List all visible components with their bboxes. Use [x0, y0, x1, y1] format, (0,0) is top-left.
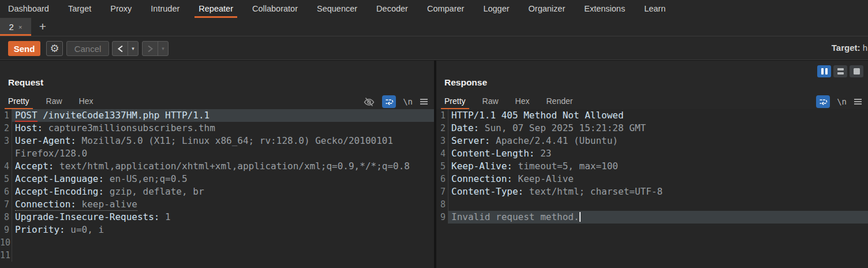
- menu-item-decoder[interactable]: Decoder: [376, 0, 408, 18]
- token: Firefox/128.0: [15, 148, 87, 159]
- target-info: Target: h: [832, 43, 867, 53]
- request-tab-pretty[interactable]: Pretty: [5, 95, 33, 109]
- editor-line: 9Priority: u=0, i: [0, 224, 434, 236]
- token: Server:: [451, 135, 490, 146]
- menu-item-learn[interactable]: Learn: [644, 0, 665, 18]
- chevron-right-icon[interactable]: [143, 42, 158, 55]
- code-text[interactable]: Connection: Keep-Alive: [448, 173, 868, 185]
- editor-line: 2Host: capture3millionsubscribers.thm: [0, 122, 434, 135]
- code-text[interactable]: Host: capture3millionsubscribers.thm: [12, 122, 434, 135]
- line-number: 2: [0, 122, 12, 135]
- back-button[interactable]: ▾: [112, 41, 139, 56]
- request-title: Request: [8, 77, 43, 88]
- menu-item-dashboard[interactable]: Dashboard: [8, 0, 49, 18]
- code-text[interactable]: HTTP/1.1 405 Method Not Allowed: [448, 109, 868, 122]
- code-text[interactable]: Firefox/128.0: [12, 147, 434, 160]
- newline-toggle-icon[interactable]: \n: [837, 97, 847, 106]
- menu-item-sequencer[interactable]: Sequencer: [317, 0, 357, 18]
- token: Connection:: [451, 173, 512, 184]
- token: capture3millionsubscribers.thm: [43, 122, 215, 133]
- editor-menu-icon[interactable]: [420, 98, 428, 105]
- token: Mozilla/5.0 (X11; Linux x86_64; rv:128.0…: [76, 135, 393, 146]
- method-token-error-underline: POST: [15, 110, 38, 122]
- tab-close-icon[interactable]: ×: [18, 24, 22, 31]
- code-text[interactable]: Upgrade-Insecure-Requests: 1: [12, 211, 434, 224]
- code-text[interactable]: [12, 249, 434, 262]
- back-dropdown-icon[interactable]: ▾: [128, 42, 138, 55]
- menu-item-comparer[interactable]: Comparer: [427, 0, 464, 18]
- token: Date:: [451, 122, 479, 133]
- response-editor[interactable]: 1HTTP/1.1 405 Method Not Allowed2Date: S…: [436, 109, 868, 268]
- code-text[interactable]: Server: Apache/2.4.41 (Ubuntu): [448, 135, 868, 147]
- code-text[interactable]: Content-Length: 23: [448, 147, 868, 160]
- menu-item-logger[interactable]: Logger: [483, 0, 509, 18]
- token: 23: [535, 148, 552, 159]
- line-number: 8: [436, 198, 448, 211]
- line-number: 6: [0, 185, 12, 198]
- code-text[interactable]: [448, 198, 868, 211]
- line-number: 3: [0, 135, 12, 147]
- token: Accept:: [15, 161, 54, 172]
- request-tab-raw[interactable]: Raw: [43, 95, 66, 109]
- menu-item-repeater[interactable]: Repeater: [199, 0, 233, 18]
- editor-menu-icon[interactable]: [854, 98, 862, 105]
- send-button[interactable]: Send: [8, 41, 40, 56]
- line-number: 7: [436, 185, 448, 198]
- forward-dropdown-icon[interactable]: ▾: [158, 42, 168, 55]
- target-label: Target:: [832, 43, 860, 53]
- code-text[interactable]: User-Agent: Mozilla/5.0 (X11; Linux x86_…: [12, 135, 434, 147]
- response-panel: Response PrettyRawHexRender \n 1HTTP/1.1…: [436, 61, 868, 268]
- chevron-left-icon[interactable]: [113, 42, 128, 55]
- token: Priority:: [15, 224, 65, 235]
- menu-item-organizer[interactable]: Organizer: [529, 0, 566, 18]
- code-text[interactable]: Content-Type: text/html; charset=UTF-8: [448, 185, 868, 198]
- response-tab-hex[interactable]: Hex: [512, 95, 533, 109]
- forward-button[interactable]: ▾: [142, 41, 169, 56]
- menu-item-extensions[interactable]: Extensions: [584, 0, 625, 18]
- settings-gear-icon[interactable]: ⚙: [46, 41, 63, 56]
- editor-line: 7Connection: keep-alive: [0, 198, 434, 211]
- token: Invalid request method.: [451, 211, 579, 222]
- editor-line: 6Accept-Encoding: gzip, deflate, br: [0, 185, 434, 198]
- response-tab-pretty[interactable]: Pretty: [441, 95, 469, 109]
- single-pane-layout-icon[interactable]: [850, 65, 863, 77]
- code-text[interactable]: Date: Sun, 07 Sep 2025 15:21:28 GMT: [448, 122, 868, 135]
- code-text[interactable]: Accept: text/html,application/xhtml+xml,…: [12, 160, 434, 173]
- editor-line: 3Server: Apache/2.4.41 (Ubuntu): [436, 135, 868, 147]
- line-number: 5: [0, 173, 12, 185]
- code-text[interactable]: Invalid request method.: [448, 211, 868, 224]
- line-number: [0, 147, 12, 160]
- new-tab-button[interactable]: +: [31, 18, 54, 36]
- newline-toggle-icon[interactable]: \n: [403, 97, 413, 106]
- code-text[interactable]: POST /inviteCode1337HM.php HTTP/1.1: [12, 109, 434, 122]
- hide-nonprinting-eye-icon[interactable]: [363, 97, 375, 107]
- repeater-tab-2[interactable]: 2 ×: [0, 18, 31, 36]
- code-text[interactable]: Keep-Alive: timeout=5, max=100: [448, 160, 868, 173]
- code-text[interactable]: Connection: keep-alive: [12, 198, 434, 211]
- request-tab-hex[interactable]: Hex: [76, 95, 97, 109]
- token: Upgrade-Insecure-Requests:: [15, 211, 159, 222]
- editor-line: Firefox/128.0: [0, 147, 434, 160]
- cancel-button[interactable]: Cancel: [66, 41, 109, 56]
- menu-item-collaborator[interactable]: Collaborator: [252, 0, 298, 18]
- token: Accept-Encoding:: [15, 186, 104, 197]
- repeater-tabstrip: 2 × +: [0, 18, 868, 36]
- rows-layout-icon[interactable]: [833, 65, 847, 77]
- code-text[interactable]: Priority: u=0, i: [12, 224, 434, 236]
- token: text/html; charset=UTF-8: [523, 186, 663, 197]
- code-text[interactable]: Accept-Encoding: gzip, deflate, br: [12, 185, 434, 198]
- response-tab-render[interactable]: Render: [543, 95, 577, 109]
- menu-item-intruder[interactable]: Intruder: [151, 0, 179, 18]
- response-tab-raw[interactable]: Raw: [479, 95, 502, 109]
- word-wrap-icon[interactable]: [382, 95, 396, 108]
- menu-item-target[interactable]: Target: [68, 0, 91, 18]
- token: Accept-Language:: [15, 173, 104, 184]
- code-text[interactable]: Accept-Language: en-US,en;q=0.5: [12, 173, 434, 185]
- word-wrap-icon[interactable]: [816, 95, 830, 108]
- token: Keep-Alive:: [451, 161, 512, 172]
- request-editor[interactable]: 1POST /inviteCode1337HM.php HTTP/1.12Hos…: [0, 109, 434, 268]
- code-text[interactable]: [12, 236, 434, 249]
- columns-layout-icon[interactable]: [817, 65, 831, 77]
- menu-item-proxy[interactable]: Proxy: [110, 0, 132, 18]
- line-number: 7: [0, 198, 12, 211]
